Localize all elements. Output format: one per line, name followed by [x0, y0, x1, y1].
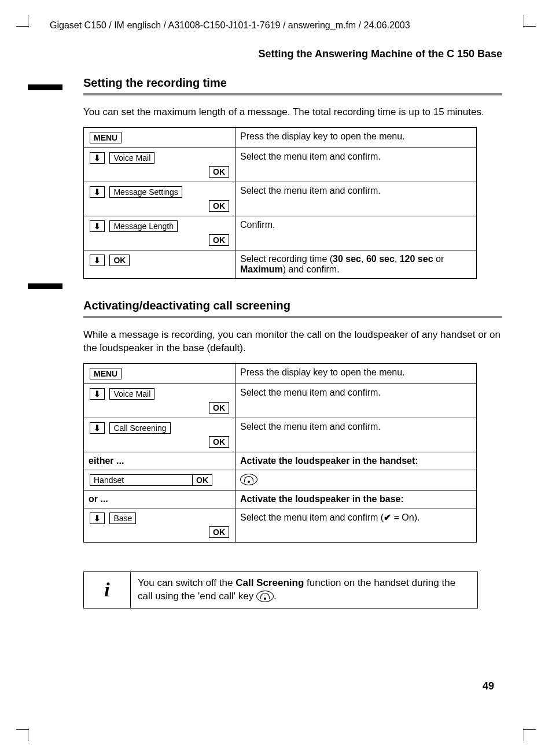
section-2-title: Activating/deactivating call screening [83, 299, 502, 312]
text: , [361, 254, 366, 264]
crop-mark [28, 728, 28, 741]
down-arrow-icon: ⬇ [90, 220, 105, 232]
step-description: Confirm. [235, 216, 477, 250]
page: Gigaset C150 / IM englisch / A31008-C150… [0, 0, 552, 756]
option: 30 sec [333, 254, 361, 264]
step-description: Select the menu item and confirm. [235, 182, 477, 216]
menu-item: Handset [90, 475, 192, 485]
table-row: MENU Press the display key to open the m… [84, 127, 477, 147]
or-label: or ... [84, 490, 235, 508]
section-marker-bar [28, 84, 62, 90]
text: Select recording time ( [240, 254, 333, 264]
menu-item: Voice Mail [109, 152, 154, 164]
step-description: Press the display key to open the menu. [235, 363, 477, 383]
ok-key: OK [209, 234, 229, 246]
text: = On). [391, 512, 419, 522]
page-number: 49 [483, 680, 494, 692]
crop-mark [16, 729, 29, 730]
select-box: Handset OK [90, 474, 212, 486]
section-marker-bar [28, 283, 62, 289]
or-description: Activate the loudspeaker in the base: [235, 490, 477, 508]
table-row: ⬇ Message Settings OK Select the menu it… [84, 182, 477, 216]
menu-item: Message Length [109, 220, 178, 232]
down-arrow-icon: ⬇ [90, 255, 105, 266]
either-description: Activate the loudspeaker in the handset: [235, 452, 477, 470]
option: Maximum [240, 264, 283, 274]
step-description: Select recording time (30 sec, 60 sec, 1… [235, 250, 477, 278]
menu-key: MENU [90, 132, 122, 143]
instruction-table-1: MENU Press the display key to open the m… [83, 127, 477, 279]
ok-key: OK [109, 255, 130, 266]
ok-key: OK [209, 166, 229, 178]
table-row: ⬇ Call Screening OK Select the menu item… [84, 418, 477, 452]
step-description: Select the menu item and confirm. [235, 418, 477, 452]
crop-mark [523, 729, 536, 730]
either-label: either ... [84, 452, 235, 470]
text: . [274, 591, 277, 602]
instruction-table-2: MENU Press the display key to open the m… [83, 363, 477, 543]
menu-item: Base [109, 512, 136, 524]
text: Select the menu item and confirm ( [240, 512, 384, 522]
end-call-icon [256, 591, 274, 602]
step-description: Select the menu item and confirm. [235, 383, 477, 418]
down-arrow-icon: ⬇ [90, 186, 105, 198]
table-row: ⬇ Voice Mail OK Select the menu item and… [84, 383, 477, 418]
table-row: MENU Press the display key to open the m… [84, 363, 477, 383]
step-description: Press the display key to open the menu. [235, 127, 477, 147]
crop-mark [524, 15, 524, 28]
table-row: ⬇ Base OK Select the menu item and confi… [84, 508, 477, 542]
ok-key: OK [209, 402, 229, 414]
step-description [235, 470, 477, 490]
chapter-title: Setting the Answering Machine of the C 1… [50, 48, 502, 60]
text: , [395, 254, 400, 264]
crop-mark [16, 26, 29, 27]
ok-key: OK [209, 526, 229, 538]
table-row: Handset OK [84, 470, 477, 490]
text: ) and confirm. [283, 264, 340, 274]
down-arrow-icon: ⬇ [90, 512, 105, 524]
text: You can switch off the [138, 577, 235, 588]
section-1-intro: You can set the maximum length of a mess… [83, 106, 502, 119]
bold-term: Call Screening [235, 577, 304, 588]
section-2-intro: While a message is recording, you can mo… [83, 329, 502, 355]
table-row: ⬇ OK Select recording time (30 sec, 60 s… [84, 250, 477, 278]
step-description: Select the menu item and confirm. [235, 147, 477, 182]
text: or [433, 254, 444, 264]
down-arrow-icon: ⬇ [90, 152, 105, 164]
table-row: ⬇ Voice Mail OK Select the menu item and… [84, 147, 477, 182]
down-arrow-icon: ⬇ [90, 422, 105, 434]
info-icon: i [84, 572, 131, 608]
or-row: or ... Activate the loudspeaker in the b… [84, 490, 477, 508]
ok-key: OK [192, 475, 212, 485]
menu-key: MENU [90, 368, 122, 379]
section-rule [83, 93, 502, 95]
crop-mark [523, 26, 536, 27]
ok-key: OK [209, 436, 229, 448]
option: 60 sec [366, 254, 395, 264]
menu-item: Message Settings [109, 186, 182, 198]
check-icon: ✔ [384, 512, 391, 522]
ok-key: OK [209, 200, 229, 212]
info-box: i You can switch off the Call Screening … [83, 571, 478, 609]
down-arrow-icon: ⬇ [90, 388, 105, 400]
section-1-title: Setting the recording time [83, 76, 502, 90]
crop-mark [28, 15, 28, 28]
either-row: either ... Activate the loudspeaker in t… [84, 452, 477, 470]
crop-mark [524, 728, 524, 741]
doc-path: Gigaset C150 / IM englisch / A31008-C150… [50, 17, 502, 31]
menu-item: Voice Mail [109, 388, 154, 400]
speaker-icon [240, 474, 257, 485]
option: 120 sec [400, 254, 433, 264]
table-row: ⬇ Message Length OK Confirm. [84, 216, 477, 250]
menu-item: Call Screening [109, 422, 170, 434]
section-rule [83, 316, 502, 318]
step-description: Select the menu item and confirm (✔ = On… [235, 508, 477, 542]
info-text: You can switch off the Call Screening fu… [131, 572, 477, 608]
